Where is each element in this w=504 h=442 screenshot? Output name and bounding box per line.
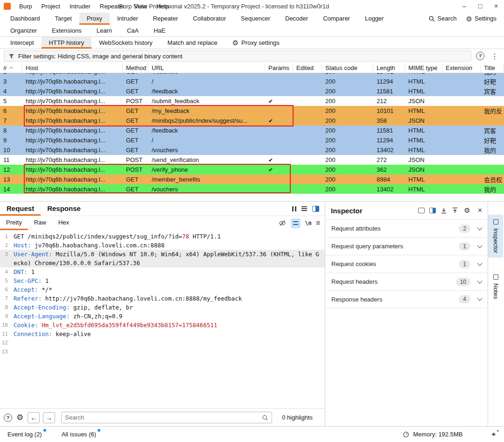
- column-header-extension[interactable]: Extension: [442, 63, 481, 73]
- view-tab-pretty[interactable]: Pretty: [0, 216, 28, 230]
- column-header-url[interactable]: URL: [148, 63, 265, 73]
- history-row-2[interactable]: 2http://jv70q6b.haobachang.l...GET/vouch…: [0, 73, 504, 77]
- editor-help-icon[interactable]: ?: [4, 414, 12, 422]
- request-line-2[interactable]: 2Host: jv70q6b.haobachang.loveli.com.cn:…: [0, 241, 325, 250]
- side-tab-notes[interactable]: Notes: [488, 270, 503, 304]
- tab-dashboard[interactable]: Dashboard: [3, 13, 48, 25]
- inspector-close-icon[interactable]: ×: [476, 206, 482, 215]
- history-row-7[interactable]: 7http://jv70q6b.haobachang.l...GET/minib…: [0, 116, 504, 126]
- history-row-11[interactable]: 11http://jv70q6b.haobachang.l...POST/sen…: [0, 155, 504, 165]
- inspector-section-request-query-parameters[interactable]: Request query parameters1: [325, 237, 488, 255]
- tab-intruder[interactable]: Intruder: [110, 13, 146, 25]
- menu-repeater[interactable]: Repeater: [95, 0, 129, 13]
- history-row-4[interactable]: 4http://jv70q6b.haobachang.l...GET/feedb…: [0, 86, 504, 96]
- history-row-12[interactable]: 12http://jv70q6b.haobachang.l...POST/ver…: [0, 165, 504, 175]
- view-tab-raw[interactable]: Raw: [28, 216, 52, 230]
- minimize-button[interactable]: –: [456, 0, 472, 13]
- next-match-button[interactable]: →: [43, 412, 55, 423]
- more-options-icon[interactable]: ⋮: [489, 52, 500, 61]
- inspector-rows-layout-icon[interactable]: [418, 208, 425, 213]
- tab-caa[interactable]: CaA: [119, 25, 146, 36]
- tab-repeater[interactable]: Repeater: [146, 13, 185, 25]
- pause-icon[interactable]: [292, 206, 296, 211]
- column-header-status-code[interactable]: Status code: [322, 63, 373, 73]
- history-row-13[interactable]: 13http://jv70q6b.haobachang.l...GET/memb…: [0, 175, 504, 184]
- filter-settings-bar[interactable]: Filter settings: Hiding CSS, image and g…: [4, 50, 471, 62]
- hide-icon[interactable]: [278, 219, 287, 227]
- history-row-10[interactable]: 10http://jv70q6b.haobachang.l...GET/vouc…: [0, 145, 504, 155]
- request-line-6[interactable]: 6Accept: */*: [0, 285, 325, 294]
- column-header-method[interactable]: Method: [123, 63, 148, 73]
- view-tab-hex[interactable]: Hex: [52, 216, 75, 230]
- menu-intruder[interactable]: Intruder: [65, 0, 95, 13]
- proxy-tab-http-history[interactable]: HTTP history: [42, 37, 92, 49]
- column-header-num[interactable]: #: [0, 63, 22, 73]
- history-row-5[interactable]: 5http://jv70q6b.haobachang.l...POST/subm…: [0, 96, 504, 106]
- columns-layout-icon[interactable]: [312, 206, 319, 212]
- request-line-3[interactable]: 3User-Agent: Mozilla/5.0 (Windows NT 10.…: [0, 250, 325, 267]
- column-header-edited[interactable]: Edited: [293, 63, 322, 73]
- search-tab[interactable]: Search: [424, 13, 461, 25]
- request-line-12[interactable]: 12: [0, 338, 325, 347]
- inspector-section-response-headers[interactable]: Response headers4: [325, 290, 488, 308]
- panel-divider[interactable]: [0, 194, 504, 202]
- request-line-10[interactable]: 10Cookie: Hm_lvt_e2d5bfd695da359f4f449be…: [0, 321, 325, 330]
- request-line-5[interactable]: 5Sec-GPC: 1: [0, 276, 325, 285]
- tab-proxy[interactable]: Proxy: [79, 13, 110, 25]
- request-line-9[interactable]: 9Accept-Language: zh-CN,zh;q=0.9: [0, 312, 325, 321]
- side-tab-inspector[interactable]: Inspector: [488, 215, 503, 258]
- history-row-9[interactable]: 9http://jv70q6b.haobachang.l...GET/20011…: [0, 135, 504, 145]
- column-header-params[interactable]: Params: [265, 63, 293, 73]
- proxy-tab-match-and-replace[interactable]: Match and replace: [160, 37, 225, 49]
- inspector-settings-icon[interactable]: ⚙: [463, 206, 471, 215]
- collapse-all-icon[interactable]: [441, 207, 447, 214]
- soft-wrap-icon[interactable]: [291, 218, 301, 228]
- event-log-button[interactable]: Event log (2): [7, 431, 42, 438]
- newline-toggle-icon[interactable]: \n: [305, 220, 311, 226]
- editor-settings-icon[interactable]: ⚙: [15, 413, 24, 422]
- request-line-11[interactable]: 11Connection: keep-alive: [0, 330, 325, 338]
- help-icon[interactable]: ?: [476, 52, 484, 60]
- tab-logger[interactable]: Logger: [357, 13, 391, 25]
- column-header-mime-type[interactable]: MIME type: [405, 63, 442, 73]
- history-row-8[interactable]: 8http://jv70q6b.haobachang.l...GET/feedb…: [0, 126, 504, 135]
- menu-project[interactable]: Project: [36, 0, 64, 13]
- tab-hae[interactable]: HaE: [146, 25, 173, 36]
- proxy-tab-proxy-settings[interactable]: ⚙Proxy settings: [225, 37, 287, 49]
- inspector-section-request-headers[interactable]: Request headers10: [325, 273, 488, 290]
- search-input[interactable]: [65, 414, 262, 421]
- prev-match-button[interactable]: ←: [28, 412, 40, 423]
- tab-target[interactable]: Target: [48, 13, 79, 25]
- history-row-3[interactable]: 3http://jv70q6b.haobachang.l...GET/20011…: [0, 77, 504, 86]
- menu-view[interactable]: View: [129, 0, 152, 13]
- tab-organizer[interactable]: Organizer: [3, 25, 44, 36]
- inspector-section-request-cookies[interactable]: Request cookies1: [325, 255, 488, 273]
- request-line-7[interactable]: 7Referer: http://jv70q6b.haobachang.love…: [0, 294, 325, 303]
- column-header-host[interactable]: Host: [22, 63, 123, 73]
- ai-sparkle-icon[interactable]: ✦: [490, 430, 497, 439]
- menu-burp[interactable]: Burp: [14, 0, 36, 13]
- request-line-8[interactable]: 8Accept-Encoding: gzip, deflate, br: [0, 303, 325, 312]
- request-line-13[interactable]: 13: [0, 347, 325, 356]
- inspector-columns-layout-icon[interactable]: [429, 208, 436, 213]
- request-line-4[interactable]: 4DNT: 1: [0, 267, 325, 276]
- tab-extensions[interactable]: Extensions: [44, 25, 89, 36]
- message-tab-response[interactable]: Response: [41, 202, 87, 216]
- history-row-14[interactable]: 14http://jv70q6b.haobachang.l...GET/vouc…: [0, 184, 504, 194]
- request-editor[interactable]: 1GET /minibqs2/public/index/suggest/sug_…: [0, 230, 325, 408]
- expand-all-icon[interactable]: [452, 207, 458, 214]
- settings-tab[interactable]: ⚙ Settings: [462, 13, 501, 25]
- inspector-section-request-attributes[interactable]: Request attributes2: [325, 219, 488, 237]
- column-header-title[interactable]: Title: [481, 63, 504, 73]
- all-issues-button[interactable]: All issues (6): [62, 431, 96, 438]
- proxy-tab-intercept[interactable]: Intercept: [3, 37, 42, 49]
- request-line-1[interactable]: 1GET /minibqs2/public/index/suggest/sug_…: [0, 232, 325, 241]
- maximize-button[interactable]: □: [472, 0, 488, 13]
- tab-sequencer[interactable]: Sequencer: [233, 13, 278, 25]
- rows-layout-icon[interactable]: [301, 205, 307, 212]
- tab-comparer[interactable]: Comparer: [315, 13, 357, 25]
- message-tab-request[interactable]: Request: [0, 202, 41, 216]
- proxy-tab-websockets-history[interactable]: WebSockets history: [91, 37, 160, 49]
- column-header-length[interactable]: Length: [373, 63, 405, 73]
- editor-menu-icon[interactable]: ≡: [316, 219, 320, 227]
